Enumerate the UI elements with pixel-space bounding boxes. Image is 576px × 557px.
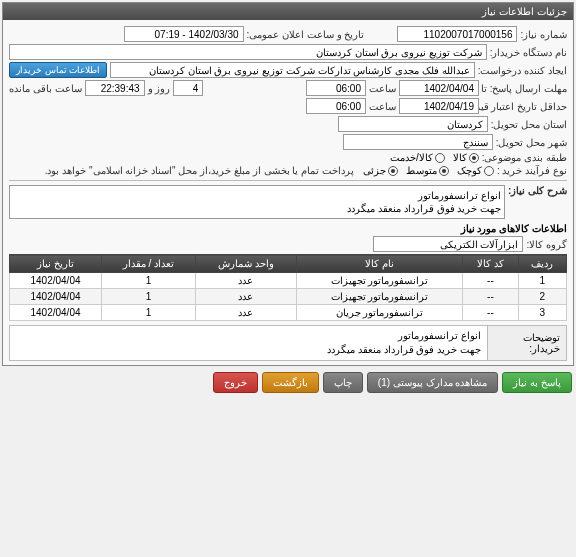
- desc-line2: جهت خرید فوق قرارداد منعقد میگردد: [13, 202, 501, 215]
- th-date: تاریخ نیاز: [10, 255, 102, 273]
- cell-date: 1402/04/04: [10, 305, 102, 321]
- process-radio-group: کوچک متوسط جزئی: [363, 165, 494, 176]
- class-radio-group: کالا کالا/خدمت: [390, 152, 479, 163]
- cell-unit: عدد: [195, 289, 296, 305]
- th-qty: تعداد / مقدار: [102, 255, 196, 273]
- valid-hour-field: 06:00: [306, 98, 366, 114]
- buyer-field: شرکت توزیع نیروی برق استان کردستان: [9, 44, 487, 60]
- table-row[interactable]: 1--ترانسفورماتور تجهیزاتعدد11402/04/04: [10, 273, 567, 289]
- buyer-notes-box: توضیحات خریدار: انواع ترانسفورماتور جهت …: [9, 325, 567, 361]
- radio-kala[interactable]: [469, 153, 479, 163]
- cell-idx: 1: [518, 273, 566, 289]
- hour-label-1: ساعت: [369, 83, 396, 94]
- group-label: گروه کالا:: [526, 239, 567, 250]
- creator-field: عبدالله فلک مجدی کارشناس تدارکات شرکت تو…: [110, 62, 475, 78]
- buyer-notes-content: انواع ترانسفورماتور جهت خرید فوق قرارداد…: [9, 325, 487, 361]
- desc-textbox: انواع ترانسفورماتور جهت خرید فوق قرارداد…: [9, 185, 505, 219]
- deadline-label: مهلت ارسال پاسخ: تا تاریخ:: [482, 83, 567, 94]
- cell-code: --: [463, 273, 519, 289]
- th-name: نام کالا: [296, 255, 462, 273]
- class-label: طبقه بندی موضوعی:: [482, 152, 567, 163]
- cell-name: ترانسفورماتور جریان: [296, 305, 462, 321]
- province-label: استان محل تحویل:: [491, 119, 567, 130]
- remain-label: ساعت باقی مانده: [9, 83, 82, 94]
- attachments-button[interactable]: مشاهده مدارک پیوستی (1): [367, 372, 499, 393]
- radio-kala-label: کالا: [453, 152, 467, 163]
- buyer-notes-l2: جهت خرید فوق قرارداد منعقد میگردد: [16, 343, 481, 357]
- province-field: کردستان: [338, 116, 488, 132]
- radio-small[interactable]: [484, 166, 494, 176]
- city-label: شهر محل تحویل:: [496, 137, 567, 148]
- need-no-label: شماره نیاز:: [520, 29, 567, 40]
- table-row[interactable]: 2--ترانسفورماتور تجهیزاتعدد11402/04/04: [10, 289, 567, 305]
- radio-partial-label: جزئی: [363, 165, 386, 176]
- back-button[interactable]: بازگشت: [262, 372, 319, 393]
- radio-partial[interactable]: [388, 166, 398, 176]
- contact-buyer-button[interactable]: اطلاعات تماس خریدار: [9, 62, 107, 78]
- panel-title: جزئیات اطلاعات نیاز: [3, 3, 573, 20]
- cell-code: --: [463, 289, 519, 305]
- cell-idx: 3: [518, 305, 566, 321]
- buyer-notes-l1: انواع ترانسفورماتور: [16, 329, 481, 343]
- creator-label: ایجاد کننده درخواست:: [478, 65, 567, 76]
- hour-label-2: ساعت: [369, 101, 396, 112]
- radio-service[interactable]: [435, 153, 445, 163]
- cell-date: 1402/04/04: [10, 273, 102, 289]
- cell-unit: عدد: [195, 273, 296, 289]
- valid-label: حداقل تاریخ اعتبار قیمت تا تاریخ:: [482, 101, 567, 112]
- remain-field: 22:39:43: [85, 80, 145, 96]
- details-panel: جزئیات اطلاعات نیاز شماره نیاز: 11020070…: [2, 2, 574, 366]
- cell-name: ترانسفورماتور تجهیزات: [296, 289, 462, 305]
- announce-label: تاریخ و ساعت اعلان عمومی:: [247, 29, 365, 40]
- cell-qty: 1: [102, 289, 196, 305]
- cell-qty: 1: [102, 273, 196, 289]
- radio-small-label: کوچک: [457, 165, 482, 176]
- process-label: نوع فرآیند خرید :: [497, 165, 567, 176]
- need-no-field: 1102007017000156: [397, 26, 517, 42]
- desc-label: شرح کلی نیاز:: [508, 185, 567, 196]
- days-label: روز و: [148, 83, 171, 94]
- desc-line1: انواع ترانسفورماتور: [13, 189, 501, 202]
- buyer-notes-label: توضیحات خریدار:: [487, 325, 567, 361]
- table-header-row: ردیف کد کالا نام کالا واحد شمارش تعداد /…: [10, 255, 567, 273]
- items-table: ردیف کد کالا نام کالا واحد شمارش تعداد /…: [9, 254, 567, 321]
- footer-buttons: پاسخ به نیاز مشاهده مدارک پیوستی (1) چاپ…: [0, 368, 576, 397]
- cell-date: 1402/04/04: [10, 289, 102, 305]
- deadline-hour-field: 06:00: [306, 80, 366, 96]
- radio-medium-label: متوسط: [406, 165, 437, 176]
- city-field: سنندج: [343, 134, 493, 150]
- days-field: 4: [173, 80, 203, 96]
- print-button[interactable]: چاپ: [323, 372, 363, 393]
- cell-name: ترانسفورماتور تجهیزات: [296, 273, 462, 289]
- th-idx: ردیف: [518, 255, 566, 273]
- cell-qty: 1: [102, 305, 196, 321]
- process-note: پرداخت تمام یا بخشی از مبلغ خرید،از محل …: [45, 165, 354, 176]
- exit-button[interactable]: خروج: [213, 372, 258, 393]
- deadline-date-field: 1402/04/04: [399, 80, 479, 96]
- buyer-label: نام دستگاه خریدار:: [490, 47, 567, 58]
- radio-medium[interactable]: [439, 166, 449, 176]
- radio-service-label: کالا/خدمت: [390, 152, 433, 163]
- group-field: ابزارآلات الکتریکی: [373, 236, 523, 252]
- th-unit: واحد شمارش: [195, 255, 296, 273]
- valid-date-field: 1402/04/19: [399, 98, 479, 114]
- panel-body: شماره نیاز: 1102007017000156 تاریخ و ساع…: [3, 20, 573, 365]
- reply-button[interactable]: پاسخ به نیاز: [502, 372, 572, 393]
- announce-field: 1402/03/30 - 07:19: [124, 26, 244, 42]
- items-section-title: اطلاعات کالاهای مورد نیاز: [9, 223, 567, 234]
- table-row[interactable]: 3--ترانسفورماتور جریانعدد11402/04/04: [10, 305, 567, 321]
- cell-unit: عدد: [195, 305, 296, 321]
- cell-code: --: [463, 305, 519, 321]
- th-code: کد کالا: [463, 255, 519, 273]
- cell-idx: 2: [518, 289, 566, 305]
